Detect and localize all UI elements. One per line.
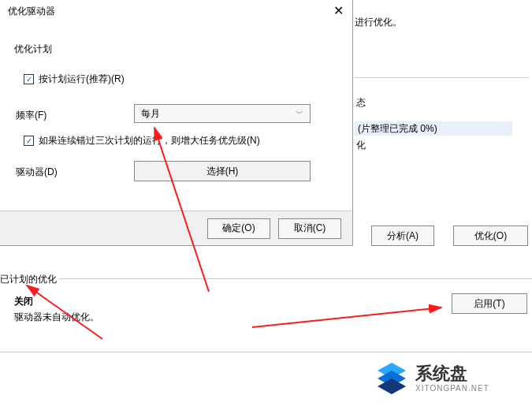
- dialog-footer: 确定(O) 取消(C): [0, 211, 352, 245]
- frequency-label: 频率(F): [16, 109, 47, 122]
- watermark: 系统盘 XITONGPAN.NET: [374, 361, 489, 396]
- back-divider: [355, 77, 528, 78]
- ok-button[interactable]: 确定(O): [207, 218, 270, 239]
- frequency-select[interactable]: 每月 ﹀: [134, 104, 311, 123]
- frequency-value: 每月: [141, 107, 160, 121]
- run-on-schedule-label: 按计划运行(推荐)(R): [39, 73, 125, 86]
- enable-button[interactable]: 启用(T): [452, 293, 527, 314]
- close-icon[interactable]: ✕: [330, 3, 346, 19]
- logo-icon: [374, 361, 409, 396]
- choose-drives-button[interactable]: 选择(H): [134, 161, 311, 181]
- increase-priority-label: 如果连续错过三次计划的运行，则增大任务优先级(N): [39, 134, 260, 147]
- run-on-schedule-checkbox[interactable]: ✓ 按计划运行(推荐)(R): [24, 73, 125, 86]
- scheduled-status: 关闭: [14, 295, 33, 308]
- svg-line-2: [252, 308, 441, 327]
- status-column-header: 态: [356, 96, 366, 110]
- dialog-title: 优化驱动器: [8, 5, 55, 18]
- optimize-schedule-dialog: 优化驱动器 ✕ 优化计划 ✓ 按计划运行(推荐)(R) 频率(F) 每月 ﹀ ✓…: [0, 0, 353, 246]
- chevron-down-icon: ﹀: [296, 108, 303, 119]
- analyze-button[interactable]: 分析(A): [371, 226, 434, 246]
- watermark-cn: 系统盘: [415, 364, 489, 383]
- status-row: 化: [356, 139, 366, 152]
- increase-priority-checkbox[interactable]: ✓ 如果连续错过三次计划的运行，则增大任务优先级(N): [24, 134, 260, 147]
- divider: [0, 352, 532, 352]
- back-hint-text: 进行优化。: [355, 16, 402, 29]
- status-row-selected[interactable]: (片整理已完成 0%): [355, 121, 512, 136]
- watermark-en: XITONGPAN.NET: [415, 384, 489, 393]
- optimize-button[interactable]: 优化(O): [453, 226, 528, 246]
- drives-label: 驱动器(D): [16, 166, 58, 179]
- checkbox-icon: ✓: [24, 136, 34, 146]
- checkbox-icon: ✓: [24, 74, 34, 84]
- section-title: 优化计划: [14, 43, 52, 56]
- scheduled-description: 驱动器未自动优化。: [14, 311, 99, 324]
- scheduled-section-title: 已计划的优化: [0, 273, 57, 286]
- cancel-button[interactable]: 取消(C): [278, 218, 341, 239]
- divider: [59, 278, 532, 279]
